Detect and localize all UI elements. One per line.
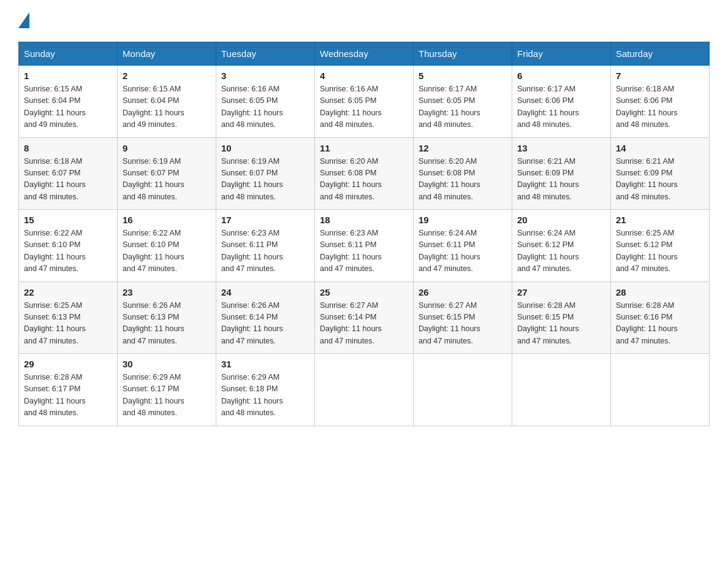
day-info: Sunrise: 6:19 AMSunset: 6:07 PMDaylight:…	[123, 157, 184, 201]
day-info: Sunrise: 6:27 AMSunset: 6:15 PMDaylight:…	[419, 301, 480, 345]
calendar-week-3: 15 Sunrise: 6:22 AMSunset: 6:10 PMDaylig…	[19, 210, 710, 282]
calendar-cell: 28 Sunrise: 6:28 AMSunset: 6:16 PMDaylig…	[611, 282, 710, 354]
calendar-week-2: 8 Sunrise: 6:18 AMSunset: 6:07 PMDayligh…	[19, 137, 710, 210]
day-info: Sunrise: 6:26 AMSunset: 6:14 PMDaylight:…	[221, 301, 283, 345]
day-info: Sunrise: 6:27 AMSunset: 6:14 PMDaylight:…	[320, 301, 382, 345]
calendar-cell: 19 Sunrise: 6:24 AMSunset: 6:11 PMDaylig…	[414, 210, 512, 282]
calendar-cell: 6 Sunrise: 6:17 AMSunset: 6:06 PMDayligh…	[512, 66, 611, 138]
day-info: Sunrise: 6:20 AMSunset: 6:08 PMDaylight:…	[320, 157, 382, 201]
day-info: Sunrise: 6:17 AMSunset: 6:05 PMDaylight:…	[419, 85, 480, 129]
weekday-header-thursday: Thursday	[414, 42, 512, 66]
calendar-cell: 16 Sunrise: 6:22 AMSunset: 6:10 PMDaylig…	[118, 210, 216, 282]
day-info: Sunrise: 6:24 AMSunset: 6:12 PMDaylight:…	[517, 229, 579, 273]
calendar-cell: 7 Sunrise: 6:18 AMSunset: 6:06 PMDayligh…	[611, 66, 710, 138]
calendar-cell: 11 Sunrise: 6:20 AMSunset: 6:08 PMDaylig…	[315, 137, 414, 210]
day-info: Sunrise: 6:16 AMSunset: 6:05 PMDaylight:…	[320, 85, 382, 129]
calendar-cell: 20 Sunrise: 6:24 AMSunset: 6:12 PMDaylig…	[512, 210, 611, 282]
calendar-week-4: 22 Sunrise: 6:25 AMSunset: 6:13 PMDaylig…	[19, 282, 710, 354]
calendar-cell	[315, 354, 414, 426]
day-number: 7	[616, 71, 704, 81]
calendar-cell: 15 Sunrise: 6:22 AMSunset: 6:10 PMDaylig…	[19, 210, 118, 282]
day-info: Sunrise: 6:18 AMSunset: 6:07 PMDaylight:…	[24, 157, 86, 201]
calendar-cell: 10 Sunrise: 6:19 AMSunset: 6:07 PMDaylig…	[216, 137, 315, 210]
day-info: Sunrise: 6:25 AMSunset: 6:12 PMDaylight:…	[616, 229, 678, 273]
calendar-cell: 31 Sunrise: 6:29 AMSunset: 6:18 PMDaylig…	[216, 354, 315, 426]
day-number: 17	[221, 215, 309, 225]
calendar-cell	[512, 354, 611, 426]
day-number: 16	[123, 215, 211, 225]
calendar-cell: 25 Sunrise: 6:27 AMSunset: 6:14 PMDaylig…	[315, 282, 414, 354]
day-info: Sunrise: 6:23 AMSunset: 6:11 PMDaylight:…	[221, 229, 283, 273]
day-number: 24	[221, 287, 309, 297]
weekday-header-tuesday: Tuesday	[216, 42, 315, 66]
weekday-header-friday: Friday	[512, 42, 611, 66]
day-info: Sunrise: 6:15 AMSunset: 6:04 PMDaylight:…	[123, 85, 184, 129]
day-number: 2	[123, 71, 211, 81]
logo-arrow-icon	[18, 12, 29, 28]
day-info: Sunrise: 6:25 AMSunset: 6:13 PMDaylight:…	[24, 301, 86, 345]
calendar-cell: 23 Sunrise: 6:26 AMSunset: 6:13 PMDaylig…	[118, 282, 216, 354]
day-info: Sunrise: 6:18 AMSunset: 6:06 PMDaylight:…	[616, 85, 678, 129]
day-number: 22	[24, 287, 112, 297]
day-number: 28	[616, 287, 704, 297]
logo	[18, 12, 29, 29]
day-number: 15	[24, 215, 112, 225]
calendar-cell: 2 Sunrise: 6:15 AMSunset: 6:04 PMDayligh…	[118, 66, 216, 138]
day-info: Sunrise: 6:16 AMSunset: 6:05 PMDaylight:…	[221, 85, 283, 129]
day-number: 8	[24, 143, 112, 153]
weekday-header-row: SundayMondayTuesdayWednesdayThursdayFrid…	[19, 42, 710, 66]
day-info: Sunrise: 6:28 AMSunset: 6:15 PMDaylight:…	[517, 301, 579, 345]
day-number: 23	[123, 287, 211, 297]
calendar-cell: 18 Sunrise: 6:23 AMSunset: 6:11 PMDaylig…	[315, 210, 414, 282]
day-info: Sunrise: 6:28 AMSunset: 6:16 PMDaylight:…	[616, 301, 678, 345]
day-number: 27	[517, 287, 605, 297]
day-number: 13	[517, 143, 605, 153]
calendar-cell: 5 Sunrise: 6:17 AMSunset: 6:05 PMDayligh…	[414, 66, 512, 138]
day-number: 6	[517, 71, 605, 81]
day-info: Sunrise: 6:15 AMSunset: 6:04 PMDaylight:…	[24, 85, 86, 129]
weekday-header-monday: Monday	[118, 42, 216, 66]
calendar-cell: 13 Sunrise: 6:21 AMSunset: 6:09 PMDaylig…	[512, 137, 611, 210]
weekday-header-wednesday: Wednesday	[315, 42, 414, 66]
weekday-header-saturday: Saturday	[611, 42, 710, 66]
logo-top	[18, 12, 29, 29]
day-number: 11	[320, 143, 408, 153]
day-info: Sunrise: 6:20 AMSunset: 6:08 PMDaylight:…	[419, 157, 480, 201]
calendar-week-5: 29 Sunrise: 6:28 AMSunset: 6:17 PMDaylig…	[19, 354, 710, 426]
day-number: 19	[419, 215, 507, 225]
day-number: 12	[419, 143, 507, 153]
calendar-table: SundayMondayTuesdayWednesdayThursdayFrid…	[18, 42, 710, 426]
calendar-cell: 8 Sunrise: 6:18 AMSunset: 6:07 PMDayligh…	[19, 137, 118, 210]
calendar-cell: 1 Sunrise: 6:15 AMSunset: 6:04 PMDayligh…	[19, 66, 118, 138]
day-number: 5	[419, 71, 507, 81]
calendar-cell: 9 Sunrise: 6:19 AMSunset: 6:07 PMDayligh…	[118, 137, 216, 210]
day-number: 31	[221, 359, 309, 369]
day-info: Sunrise: 6:24 AMSunset: 6:11 PMDaylight:…	[419, 229, 480, 273]
calendar-cell: 30 Sunrise: 6:29 AMSunset: 6:17 PMDaylig…	[118, 354, 216, 426]
calendar-cell: 24 Sunrise: 6:26 AMSunset: 6:14 PMDaylig…	[216, 282, 315, 354]
day-info: Sunrise: 6:19 AMSunset: 6:07 PMDaylight:…	[221, 157, 283, 201]
day-number: 21	[616, 215, 704, 225]
day-number: 20	[517, 215, 605, 225]
calendar-cell	[611, 354, 710, 426]
day-info: Sunrise: 6:29 AMSunset: 6:17 PMDaylight:…	[123, 373, 184, 417]
day-info: Sunrise: 6:23 AMSunset: 6:11 PMDaylight:…	[320, 229, 382, 273]
calendar-cell: 26 Sunrise: 6:27 AMSunset: 6:15 PMDaylig…	[414, 282, 512, 354]
day-number: 26	[419, 287, 507, 297]
day-info: Sunrise: 6:21 AMSunset: 6:09 PMDaylight:…	[616, 157, 678, 201]
day-number: 9	[123, 143, 211, 153]
page-header	[18, 12, 710, 29]
calendar-cell: 22 Sunrise: 6:25 AMSunset: 6:13 PMDaylig…	[19, 282, 118, 354]
calendar-cell: 17 Sunrise: 6:23 AMSunset: 6:11 PMDaylig…	[216, 210, 315, 282]
day-number: 18	[320, 215, 408, 225]
day-number: 29	[24, 359, 112, 369]
calendar-cell: 3 Sunrise: 6:16 AMSunset: 6:05 PMDayligh…	[216, 66, 315, 138]
calendar-cell: 12 Sunrise: 6:20 AMSunset: 6:08 PMDaylig…	[414, 137, 512, 210]
day-info: Sunrise: 6:17 AMSunset: 6:06 PMDaylight:…	[517, 85, 579, 129]
day-info: Sunrise: 6:26 AMSunset: 6:13 PMDaylight:…	[123, 301, 184, 345]
day-number: 4	[320, 71, 408, 81]
day-info: Sunrise: 6:21 AMSunset: 6:09 PMDaylight:…	[517, 157, 579, 201]
calendar-cell: 14 Sunrise: 6:21 AMSunset: 6:09 PMDaylig…	[611, 137, 710, 210]
calendar-cell	[414, 354, 512, 426]
calendar-cell: 29 Sunrise: 6:28 AMSunset: 6:17 PMDaylig…	[19, 354, 118, 426]
